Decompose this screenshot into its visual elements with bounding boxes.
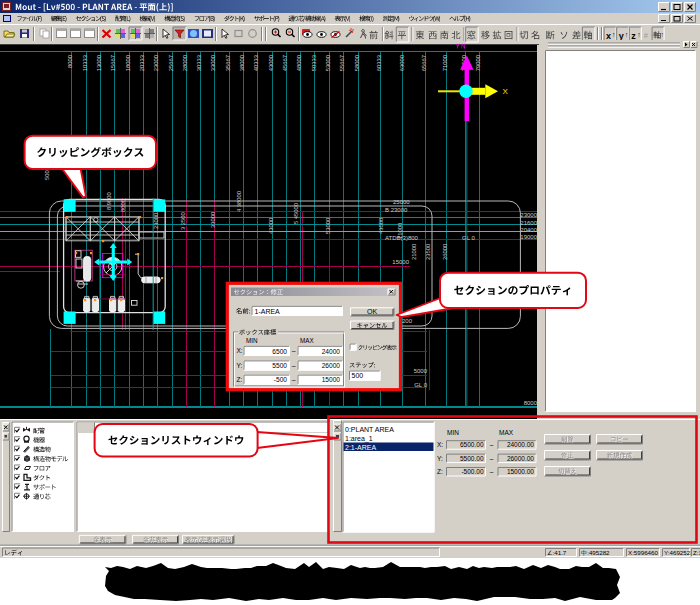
svg-text:-500.00: -500.00	[461, 468, 483, 475]
svg-text:71000: 71000	[442, 55, 448, 71]
svg-text:X:: X:	[237, 347, 243, 354]
svg-text:26000: 26000	[322, 362, 341, 369]
svg-text:15667: 15667	[110, 55, 116, 71]
svg-text:28000: 28000	[182, 55, 188, 71]
svg-text:z: z	[631, 31, 636, 41]
svg-text:21000: 21000	[411, 244, 417, 260]
svg-text:Z:: Z:	[237, 376, 243, 383]
svg-text:x: x	[606, 31, 611, 41]
svg-text:19000: 19000	[520, 234, 537, 240]
svg-text:58000: 58000	[354, 55, 360, 71]
svg-text:38000: 38000	[239, 55, 245, 71]
svg-text:MAX: MAX	[300, 337, 314, 344]
svg-text:MIN: MIN	[447, 429, 459, 436]
svg-text:15000.00: 15000.00	[507, 468, 534, 475]
svg-text:43000: 43000	[378, 218, 384, 234]
svg-text:X: X	[502, 87, 508, 96]
svg-text:Z:: Z:	[437, 468, 443, 475]
svg-text:23000: 23000	[153, 55, 159, 71]
svg-text:23000: 23000	[153, 213, 159, 229]
svg-text:OK: OK	[367, 308, 377, 315]
svg-text:GL 0: GL 0	[462, 235, 475, 241]
svg-text:25667: 25667	[168, 55, 174, 71]
svg-text:500: 500	[352, 372, 364, 379]
svg-text:15000: 15000	[392, 259, 409, 265]
svg-text:63000: 63000	[399, 55, 405, 71]
svg-text:10333: 10333	[82, 55, 88, 71]
svg-text:MAX: MAX	[499, 429, 514, 436]
svg-text:15000: 15000	[322, 376, 341, 383]
svg-text:33000: 33000	[210, 55, 216, 71]
svg-text:B 23000: B 23000	[385, 207, 408, 213]
svg-text:2:1-AREA: 2:1-AREA	[345, 444, 376, 451]
svg-text:6500.00: 6500.00	[460, 441, 484, 448]
svg-text:65667: 65667	[421, 55, 427, 71]
svg-text:~: ~	[292, 362, 297, 371]
svg-text:Y:: Y:	[237, 362, 243, 369]
svg-text:5500.00: 5500.00	[460, 455, 484, 462]
svg-text:30333: 30333	[196, 55, 202, 71]
svg-text:23500: 23500	[425, 244, 431, 260]
svg-text:0:PLANT AREA: 0:PLANT AREA	[345, 426, 394, 433]
svg-text:24000.00: 24000.00	[507, 441, 534, 448]
svg-text:20400: 20400	[520, 227, 537, 233]
svg-text:5000: 5000	[414, 368, 428, 374]
svg-text:MIN: MIN	[246, 337, 258, 344]
svg-text:ATDB(3)800: ATDB(3)800	[385, 235, 419, 241]
svg-text:45667: 45667	[282, 55, 288, 71]
svg-text:55667: 55667	[339, 55, 345, 71]
svg-text:-500: -500	[274, 376, 288, 383]
svg-text:~: ~	[292, 376, 297, 385]
svg-text:GL 0: GL 0	[414, 382, 427, 388]
svg-text:26000: 26000	[442, 244, 448, 260]
svg-text:↑: ↑	[661, 31, 665, 38]
svg-text:53000: 53000	[325, 218, 331, 234]
svg-text:24000: 24000	[322, 348, 341, 355]
svg-text:79000: 79000	[475, 55, 481, 71]
svg-text:6500: 6500	[272, 348, 287, 355]
svg-text:60333: 60333	[376, 55, 382, 71]
svg-text:26000.00: 26000.00	[507, 455, 534, 462]
svg-text:43000: 43000	[268, 218, 274, 234]
svg-text:33000: 33000	[210, 212, 216, 228]
svg-text:~: ~	[490, 442, 494, 449]
svg-text:↑: ↑	[625, 31, 629, 38]
svg-text:~: ~	[490, 469, 494, 476]
svg-text:4 38000: 4 38000	[236, 191, 242, 212]
svg-text:8000: 8000	[524, 400, 538, 406]
svg-text:~: ~	[292, 347, 297, 356]
svg-text:Z:1500.00: Z:1500.00	[693, 549, 700, 556]
svg-text:X:5996460: X:5996460	[628, 549, 658, 556]
svg-text:5500: 5500	[272, 362, 287, 369]
svg-text:↑: ↑	[612, 31, 616, 38]
svg-text:53000: 53000	[325, 55, 331, 71]
svg-text:43000: 43000	[268, 55, 274, 71]
svg-text:↑: ↑	[637, 31, 641, 38]
svg-text:23000: 23000	[520, 212, 537, 218]
svg-text:~: ~	[490, 456, 494, 463]
svg-text:20333: 20333	[139, 55, 145, 71]
svg-text:18000: 18000	[125, 55, 131, 71]
svg-text:21600: 21600	[520, 220, 537, 226]
svg-text:13000: 13000	[96, 55, 102, 71]
svg-text:8000: 8000	[67, 55, 73, 68]
svg-text:40333: 40333	[253, 55, 259, 71]
svg-text:1:area_1: 1:area_1	[345, 435, 373, 443]
svg-text:25000: 25000	[393, 199, 410, 205]
svg-text:35667: 35667	[225, 55, 231, 71]
svg-text:Y:4692523: Y:4692523	[664, 549, 694, 556]
svg-text:3 2500: 3 2500	[180, 212, 186, 230]
svg-text:50333: 50333	[311, 55, 317, 71]
svg-text:X:: X:	[437, 441, 443, 448]
svg-text:y: y	[619, 31, 624, 41]
svg-text:Y:: Y:	[437, 455, 443, 462]
svg-text:∠:41.7: ∠:41.7	[547, 549, 567, 556]
svg-text:中:495282: 中:495282	[581, 549, 610, 556]
svg-text:48000: 48000	[296, 55, 302, 71]
svg-text:1-AREA: 1-AREA	[255, 308, 281, 315]
